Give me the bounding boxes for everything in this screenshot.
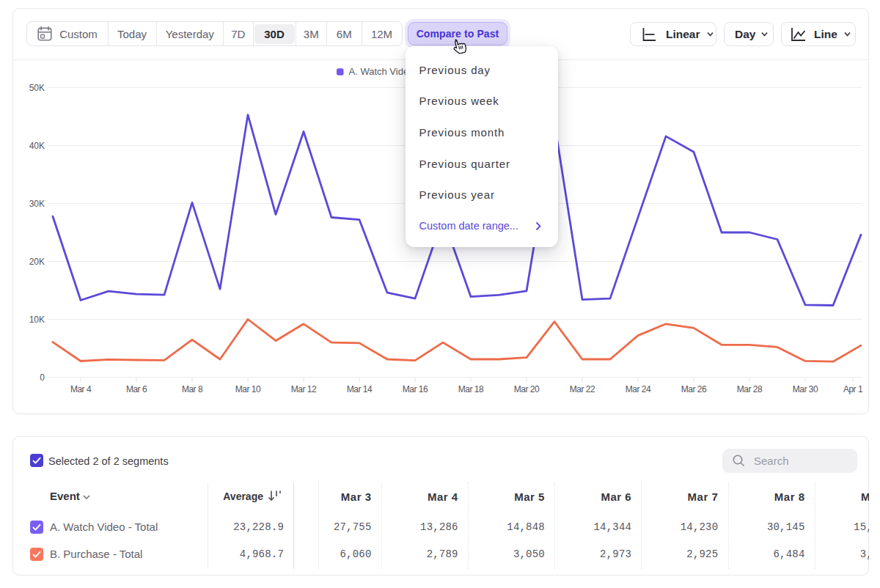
svg-text:20K: 20K xyxy=(29,257,45,267)
svg-text:Mar 30: Mar 30 xyxy=(793,384,818,394)
svg-text:Mar 20: Mar 20 xyxy=(514,384,540,394)
svg-text:Mar 6: Mar 6 xyxy=(126,384,147,394)
svg-text:40K: 40K xyxy=(29,141,45,151)
svg-text:Apr 1: Apr 1 xyxy=(843,384,863,394)
svg-text:Mar 14: Mar 14 xyxy=(347,384,373,394)
svg-text:Mar 10: Mar 10 xyxy=(235,384,261,394)
svg-text:50K: 50K xyxy=(29,83,45,93)
svg-text:10K: 10K xyxy=(29,315,45,325)
svg-text:Mar 26: Mar 26 xyxy=(681,384,707,394)
svg-text:0: 0 xyxy=(40,372,45,383)
svg-text:Mar 22: Mar 22 xyxy=(570,384,595,394)
svg-text:Mar 28: Mar 28 xyxy=(737,384,763,394)
svg-text:Mar 18: Mar 18 xyxy=(458,384,484,394)
svg-text:30K: 30K xyxy=(29,199,45,209)
svg-text:Mar 8: Mar 8 xyxy=(182,384,203,394)
svg-text:Mar 16: Mar 16 xyxy=(403,384,428,394)
svg-text:Mar 12: Mar 12 xyxy=(291,384,317,394)
svg-text:Mar 24: Mar 24 xyxy=(626,384,651,394)
svg-text:Mar 4: Mar 4 xyxy=(70,384,92,394)
